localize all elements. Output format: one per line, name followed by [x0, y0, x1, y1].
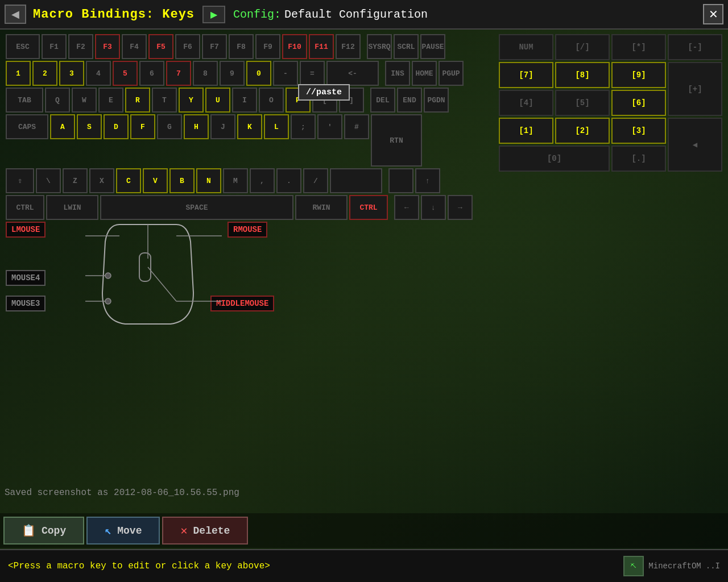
key-b[interactable]: B: [169, 168, 195, 193]
key-num5[interactable]: [5]: [555, 90, 610, 116]
key-n[interactable]: N: [196, 168, 221, 193]
key-r[interactable]: R: [125, 88, 150, 113]
key-f3[interactable]: F3: [95, 34, 120, 59]
key-quote[interactable]: ': [317, 114, 342, 139]
key-numplus[interactable]: [+]: [668, 62, 722, 116]
key-w[interactable]: W: [72, 88, 97, 113]
key-nummul[interactable]: [*]: [611, 34, 666, 60]
key-f7[interactable]: F7: [202, 34, 227, 59]
key-numenter[interactable]: ◀: [668, 118, 722, 172]
key-j[interactable]: J: [210, 114, 235, 139]
key-comma[interactable]: ,: [250, 168, 275, 193]
key-num6[interactable]: [6]: [611, 90, 666, 116]
copy-button[interactable]: 📋 Copy: [3, 517, 84, 544]
key-pgdn[interactable]: PGDN: [424, 88, 449, 113]
key-backspace[interactable]: <-: [326, 61, 379, 86]
key-numdot[interactable]: [.]: [611, 146, 666, 172]
key-a[interactable]: A: [50, 114, 75, 139]
key-f1[interactable]: F1: [42, 34, 67, 59]
key-del[interactable]: DEL: [370, 88, 395, 113]
key-backslash[interactable]: \: [36, 168, 61, 193]
key-scrl[interactable]: SCRL: [394, 34, 419, 59]
key-f11[interactable]: F11: [309, 34, 334, 59]
key-c[interactable]: C: [116, 168, 141, 193]
key-up[interactable]: ↑: [415, 168, 440, 193]
key-equals[interactable]: =: [300, 61, 325, 86]
key-ins[interactable]: INS: [385, 61, 410, 86]
key-left[interactable]: ←: [394, 195, 419, 220]
play-button[interactable]: ▶: [202, 6, 225, 23]
key-f10[interactable]: F10: [282, 34, 307, 59]
key-tab[interactable]: TAB: [6, 88, 43, 113]
delete-button[interactable]: ✕ Delete: [162, 517, 248, 544]
key-2[interactable]: 2: [32, 61, 57, 86]
key-d[interactable]: D: [104, 114, 129, 139]
key-sysrq[interactable]: SYSRQ: [367, 34, 392, 59]
key-z[interactable]: Z: [63, 168, 88, 193]
key-f2[interactable]: F2: [68, 34, 93, 59]
key-period[interactable]: .: [276, 168, 301, 193]
key-m[interactable]: M: [223, 168, 248, 193]
key-u[interactable]: U: [205, 88, 230, 113]
key-s[interactable]: S: [77, 114, 102, 139]
key-num9[interactable]: [9]: [611, 62, 666, 88]
key-8[interactable]: 8: [193, 61, 218, 86]
move-button[interactable]: ↖ Move: [86, 517, 160, 544]
key-f6[interactable]: F6: [175, 34, 200, 59]
key-num[interactable]: NUM: [499, 34, 553, 60]
key-esc[interactable]: ESC: [6, 34, 40, 59]
key-f8[interactable]: F8: [229, 34, 254, 59]
close-button[interactable]: ✕: [703, 4, 723, 24]
key-1[interactable]: 1: [6, 61, 31, 86]
key-3[interactable]: 3: [59, 61, 84, 86]
key-o[interactable]: O: [259, 88, 284, 113]
key-g[interactable]: G: [157, 114, 182, 139]
key-num4[interactable]: [4]: [499, 90, 553, 116]
mouse3-label[interactable]: MOUSE3: [6, 296, 46, 311]
key-end[interactable]: END: [397, 88, 422, 113]
key-numminus[interactable]: [-]: [668, 34, 722, 60]
key-f9[interactable]: F9: [255, 34, 280, 59]
key-h[interactable]: H: [184, 114, 209, 139]
key-caps[interactable]: CAPS: [6, 114, 48, 139]
key-f4[interactable]: F4: [122, 34, 147, 59]
key-f[interactable]: F: [130, 114, 155, 139]
key-6[interactable]: 6: [139, 61, 164, 86]
key-i[interactable]: I: [232, 88, 257, 113]
key-0[interactable]: 0: [246, 61, 271, 86]
key-q[interactable]: Q: [45, 88, 70, 113]
key-num1[interactable]: [1]: [499, 118, 553, 144]
key-4[interactable]: 4: [86, 61, 111, 86]
key-slash[interactable]: /: [303, 168, 328, 193]
key-num2[interactable]: [2]: [555, 118, 610, 144]
key-right[interactable]: →: [448, 195, 473, 220]
key-t[interactable]: T: [152, 88, 177, 113]
key-x[interactable]: X: [89, 168, 114, 193]
key-f12[interactable]: F12: [336, 34, 361, 59]
key-l[interactable]: L: [264, 114, 289, 139]
key-pause[interactable]: PAUSE: [420, 34, 445, 59]
key-7[interactable]: 7: [166, 61, 191, 86]
key-minus[interactable]: -: [273, 61, 298, 86]
key-v[interactable]: V: [143, 168, 168, 193]
key-k[interactable]: K: [237, 114, 262, 139]
key-pgup[interactable]: PGUP: [439, 61, 464, 86]
key-f5[interactable]: F5: [148, 34, 173, 59]
rmouse-label[interactable]: RMOUSE: [228, 222, 267, 238]
key-num7[interactable]: [7]: [499, 62, 553, 88]
key-hash[interactable]: #: [344, 114, 369, 139]
key-num8[interactable]: [8]: [555, 62, 610, 88]
back-button[interactable]: ◀: [5, 5, 26, 24]
lmouse-label[interactable]: LMOUSE: [6, 222, 46, 238]
key-lshift[interactable]: ⇧: [6, 168, 34, 193]
key-5[interactable]: 5: [113, 61, 138, 86]
key-num3[interactable]: [3]: [611, 118, 666, 144]
key-9[interactable]: 9: [220, 61, 245, 86]
key-numdiv[interactable]: [/]: [555, 34, 610, 60]
key-num0[interactable]: [0]: [499, 146, 610, 172]
key-return[interactable]: RTN: [371, 114, 422, 167]
key-rshift[interactable]: [330, 168, 382, 193]
key-down[interactable]: ↓: [421, 195, 446, 220]
key-y[interactable]: Y: [179, 88, 204, 113]
mouse4-label[interactable]: MOUSE4: [6, 270, 46, 286]
